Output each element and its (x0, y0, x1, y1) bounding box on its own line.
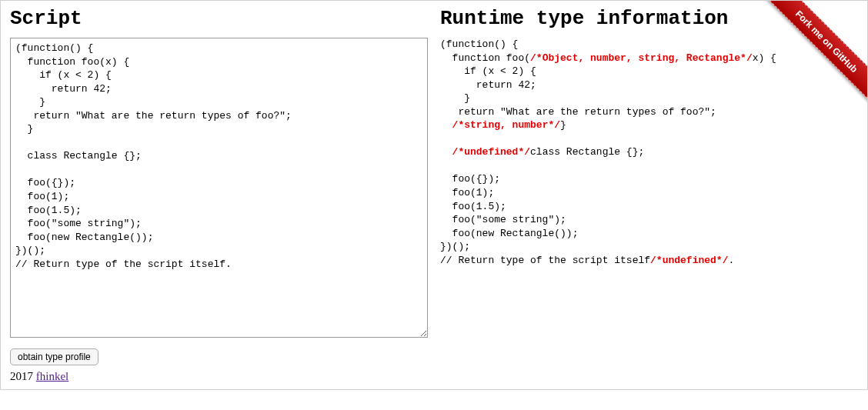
type-annotation: /*undefined*/ (452, 146, 530, 158)
footer-author-link[interactable]: fhinkel (36, 370, 69, 382)
script-heading: Script (10, 7, 428, 30)
code-text: . (728, 255, 734, 266)
code-text: class Rectangle {}; foo({}); foo(1); foo… (440, 146, 650, 265)
script-textarea[interactable] (10, 38, 428, 338)
obtain-type-profile-button[interactable]: obtain type profile (10, 348, 98, 365)
right-column: Runtime type information (function() { f… (440, 5, 858, 383)
type-annotation: /*string, number*/ (452, 119, 560, 131)
left-column: Script obtain type profile 2017 fhinkel (10, 5, 428, 383)
main-container: Script obtain type profile 2017 fhinkel … (0, 0, 868, 390)
type-annotation: /*undefined*/ (650, 255, 728, 266)
rti-output: (function() { function foo(/*Object, num… (440, 38, 858, 267)
footer-year: 2017 (10, 370, 33, 382)
code-text: (function() { function foo( (440, 38, 530, 64)
footer: 2017 fhinkel (10, 370, 428, 383)
type-annotation: /*Object, number, string, Rectangle*/ (530, 52, 753, 64)
